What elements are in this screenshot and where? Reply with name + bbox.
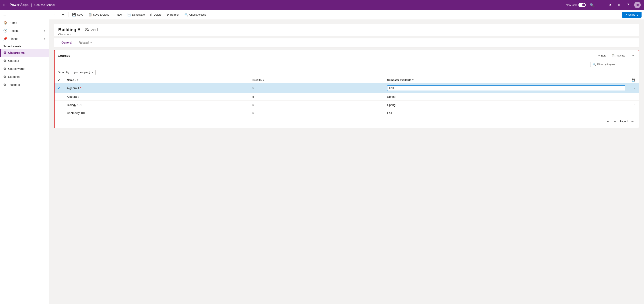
- refresh-label: Refresh: [170, 13, 180, 16]
- filter-icon[interactable]: ⚗: [607, 2, 613, 8]
- sidebar-students-label: Students: [8, 75, 20, 78]
- row-nav-cell[interactable]: →: [628, 101, 639, 109]
- row-nav-cell[interactable]: →: [628, 83, 639, 93]
- col-name-sort-asc[interactable]: ↑: [75, 79, 76, 81]
- table-row[interactable]: ✓Algebra 1*5Fall→: [54, 83, 639, 93]
- col-header-check[interactable]: ✓: [54, 77, 64, 83]
- sidebar-item-teachers[interactable]: ⚙ Teachers: [0, 81, 49, 89]
- col-semester-sort[interactable]: ∨: [412, 79, 414, 81]
- save-close-button[interactable]: 📋 Save & Close: [86, 12, 111, 18]
- record-header: Building A - Saved Classroom: [54, 24, 639, 36]
- new-icon: +: [114, 13, 116, 17]
- help-icon[interactable]: ?: [625, 2, 631, 8]
- row-name: Chemistry 101: [67, 111, 85, 115]
- row-semester-cell[interactable]: Fall: [384, 83, 628, 93]
- col-header-name[interactable]: Name ↑ ∨: [64, 77, 249, 83]
- teachers-icon: ⚙: [3, 83, 6, 87]
- home-icon: 🏠: [3, 21, 8, 25]
- share-icon: ↗: [625, 13, 627, 16]
- row-nav-cell: [628, 93, 639, 101]
- row-check-cell[interactable]: [54, 109, 64, 117]
- new-look-switch[interactable]: [578, 3, 586, 7]
- delete-icon: 🗑: [150, 13, 153, 17]
- sidebar-item-coursewares[interactable]: ⚙ Coursewares: [0, 65, 49, 73]
- save-button[interactable]: 💾 Save: [70, 12, 85, 18]
- sidebar-item-courses[interactable]: ⚙ Courses: [0, 57, 49, 65]
- table-row[interactable]: Biology 1015Spring→: [54, 101, 639, 109]
- page-first-button[interactable]: ⇤: [606, 119, 610, 124]
- sidebar-item-students[interactable]: ⚙ Students: [0, 73, 49, 81]
- row-check-cell[interactable]: [54, 101, 64, 109]
- save-close-label: Save & Close: [93, 13, 109, 16]
- col-header-credits[interactable]: Credits ∨: [249, 77, 384, 83]
- sidebar-item-home[interactable]: 🏠 Home: [0, 19, 49, 27]
- save-label: Save: [77, 13, 83, 16]
- edit-label: Edit: [601, 54, 606, 57]
- share-button[interactable]: ↗ Share ∨: [622, 12, 642, 18]
- new-look-toggle[interactable]: New look: [566, 3, 586, 7]
- col-header-semester[interactable]: Semester available ∨: [384, 77, 628, 83]
- tab-general[interactable]: General: [58, 38, 76, 47]
- refresh-button[interactable]: ↻ Refresh: [164, 12, 182, 18]
- filter-input[interactable]: 🔍 Filter by keyword: [590, 62, 636, 67]
- waffle-icon[interactable]: ⊞: [3, 3, 6, 7]
- row-credits: 5: [252, 95, 254, 98]
- table-row[interactable]: Chemistry 1015Fall: [54, 109, 639, 117]
- record-title: Building A: [58, 27, 80, 33]
- table-save-icon[interactable]: 💾: [632, 78, 635, 82]
- row-nav-arrow[interactable]: →: [632, 86, 636, 90]
- new-button[interactable]: + New: [112, 12, 124, 18]
- sidebar-coursewares-label: Coursewares: [8, 67, 25, 70]
- topbar-icons: 🔍 + ⚗ ⚙ ? JD: [589, 2, 641, 8]
- tab-button[interactable]: ⬒: [60, 12, 67, 18]
- env-name: Contoso School: [34, 3, 55, 7]
- groupby-select[interactable]: (no grouping) ∨: [72, 70, 96, 75]
- row-nav-arrow[interactable]: →: [632, 103, 636, 107]
- hamburger-icon[interactable]: ☰: [0, 10, 49, 19]
- recent-chevron: ∨: [44, 29, 46, 32]
- col-semester-label: Semester available: [387, 78, 411, 82]
- search-icon[interactable]: 🔍: [589, 2, 595, 8]
- groupby-label: Group By:: [58, 71, 70, 74]
- page-next-button[interactable]: →: [630, 119, 636, 124]
- row-credits-cell: 5: [249, 83, 384, 93]
- section-more-icon[interactable]: ⋯: [629, 53, 636, 58]
- sidebar-item-recent[interactable]: 🕐 Recent ∨: [0, 27, 49, 35]
- sidebar-item-classrooms[interactable]: ⚙ Classrooms: [0, 49, 49, 57]
- check-access-button[interactable]: 🔍 Check Access: [182, 12, 208, 18]
- required-star: *: [80, 86, 81, 90]
- edit-button[interactable]: ✏ Edit: [596, 53, 607, 58]
- settings-icon[interactable]: ⚙: [616, 2, 622, 8]
- col-credits-sort[interactable]: ∨: [262, 79, 264, 81]
- filter-search-icon: 🔍: [592, 63, 596, 66]
- pinned-icon: 📌: [3, 37, 8, 41]
- record-tabs: General Related ∨: [54, 38, 639, 47]
- sidebar-recent-label: Recent: [10, 29, 18, 33]
- semester-edit-input[interactable]: Fall: [387, 85, 625, 91]
- pagination-bar: ⇤ ← Page 1 →: [54, 117, 639, 125]
- back-button[interactable]: ←: [52, 12, 59, 18]
- row-name: Biology 101: [67, 103, 82, 107]
- share-label: Share: [628, 13, 636, 16]
- col-credits-label: Credits: [252, 78, 262, 82]
- tab-general-label: General: [62, 41, 72, 44]
- table-row[interactable]: Algebra 25Spring: [54, 93, 639, 101]
- delete-button[interactable]: 🗑 Delete: [148, 12, 164, 18]
- avatar[interactable]: JD: [634, 2, 641, 8]
- add-icon[interactable]: +: [598, 2, 604, 8]
- row-check-cell[interactable]: [54, 93, 64, 101]
- groupby-bar: Group By: (no grouping) ∨: [54, 69, 639, 77]
- activate-button[interactable]: 📋 Activate: [610, 53, 627, 58]
- school-assets-section-title: School assets: [0, 43, 49, 49]
- row-check-cell[interactable]: ✓: [54, 83, 64, 93]
- row-checkmark: ✓: [58, 86, 60, 90]
- page-prev-button[interactable]: ←: [612, 119, 618, 124]
- app-name: Power Apps: [10, 3, 28, 7]
- deactivate-button[interactable]: 📄 Deactivate: [125, 12, 147, 18]
- tab-related[interactable]: Related ∨: [76, 38, 95, 47]
- share-chevron: ∨: [636, 13, 639, 16]
- sidebar-item-pinned[interactable]: 📌 Pinned ∨: [0, 35, 49, 43]
- col-name-sort-dir[interactable]: ∨: [77, 79, 78, 81]
- more-commands-icon[interactable]: ⋯: [209, 12, 216, 18]
- activate-icon: 📋: [612, 54, 615, 57]
